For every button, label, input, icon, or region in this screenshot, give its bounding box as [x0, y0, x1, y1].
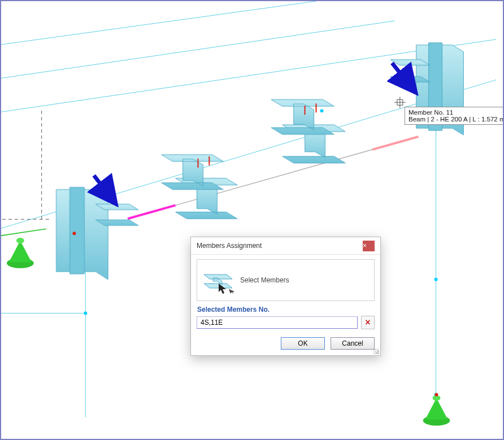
clear-icon: ×	[365, 317, 370, 328]
svg-line-1	[1, 21, 395, 80]
node-red	[72, 232, 76, 235]
cursor-crosshair	[394, 97, 406, 108]
guide-lines	[1, 111, 49, 219]
selected-members-input[interactable]	[197, 316, 358, 329]
close-button[interactable]: ×	[363, 241, 375, 251]
select-members-label: Select Members	[240, 276, 289, 284]
select-members-pane: Select Members	[197, 259, 375, 301]
viewport[interactable]: Member No. 11 Beam | 2 - HE 200 A | L : …	[0, 0, 504, 440]
svg-point-10	[435, 278, 438, 281]
dialog-title: Members Assignment	[197, 237, 363, 254]
green-axis	[1, 229, 46, 237]
node-red-2	[435, 393, 438, 397]
clear-input-button[interactable]: ×	[361, 316, 375, 329]
svg-point-12	[320, 109, 323, 112]
member-tooltip: Member No. 11 Beam | 2 - HE 200 A | L : …	[405, 107, 504, 125]
cursor-icon	[219, 284, 227, 294]
dialog-titlebar[interactable]: Members Assignment ×	[191, 237, 380, 255]
select-members-icon[interactable]	[203, 267, 234, 294]
members-assignment-dialog[interactable]: Members Assignment × Select Members Sele…	[190, 237, 381, 356]
resize-grip-icon[interactable]	[373, 348, 379, 354]
tooltip-title: Member No. 11	[409, 109, 504, 116]
cancel-button[interactable]: Cancel	[331, 337, 375, 350]
tooltip-detail: Beam | 2 - HE 200 A | L : 1.572 m	[409, 116, 504, 123]
close-icon: ×	[363, 237, 375, 254]
svg-point-19	[16, 238, 24, 243]
selected-members-section-label: Selected Members No.	[197, 306, 374, 313]
callout-arrows	[94, 63, 414, 203]
member-11-selected[interactable]	[372, 137, 419, 150]
svg-point-9	[84, 312, 87, 315]
ok-button[interactable]: OK	[281, 337, 325, 350]
model-canvas[interactable]	[1, 1, 503, 439]
